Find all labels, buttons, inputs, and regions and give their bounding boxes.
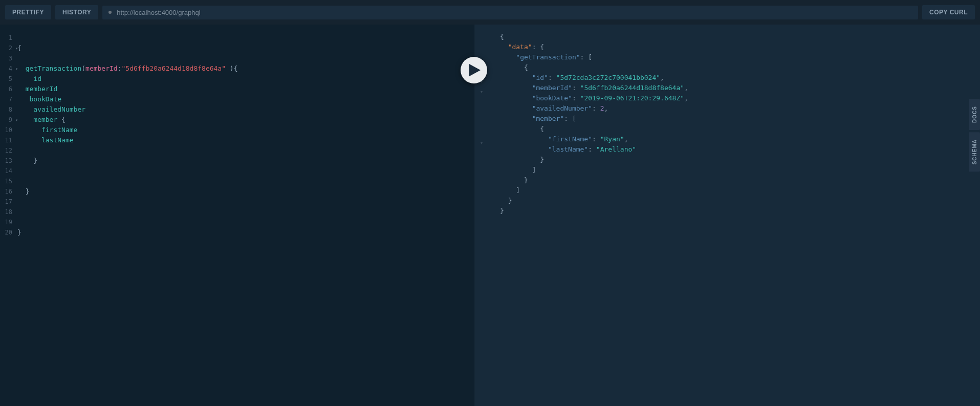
query-editor[interactable]: 1234567891011121314151617181920 { getTra…: [0, 25, 474, 406]
history-button[interactable]: HISTORY: [55, 5, 98, 19]
main: 1234567891011121314151617181920 { getTra…: [0, 25, 980, 406]
schema-tab[interactable]: SCHEMA: [969, 132, 980, 172]
play-icon: [469, 64, 481, 76]
prettify-button[interactable]: PRETTIFY: [5, 5, 51, 19]
result-json: { "data": { "getTransaction": [ { "id": …: [474, 25, 980, 216]
line-gutter: 1234567891011121314151617181920: [0, 33, 15, 238]
endpoint-url: http://localhost:4000/graphql: [117, 9, 200, 16]
result-fold-gutter: ▾▾▾▾▾: [481, 56, 488, 241]
execute-button[interactable]: [461, 57, 487, 83]
toolbar: PRETTIFY HISTORY http://localhost:4000/g…: [0, 0, 980, 25]
side-tabs: DOCS SCHEMA: [969, 99, 980, 172]
endpoint-status-dot: [108, 11, 112, 14]
copy-curl-button[interactable]: COPY CURL: [922, 5, 975, 19]
result-viewer[interactable]: { "data": { "getTransaction": [ { "id": …: [474, 25, 980, 406]
docs-tab[interactable]: DOCS: [969, 99, 980, 130]
endpoint-input[interactable]: http://localhost:4000/graphql: [102, 6, 918, 19]
query-code: { getTransaction(memberId:"5d6ffb20a6244…: [17, 33, 238, 238]
